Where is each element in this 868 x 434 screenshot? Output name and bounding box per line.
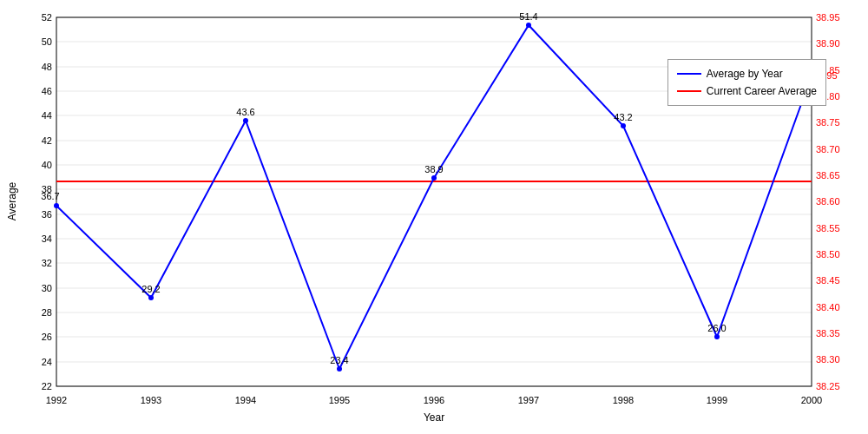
svg-text:44: 44 — [42, 110, 52, 121]
svg-text:38.75: 38.75 — [816, 117, 840, 128]
svg-text:52: 52 — [42, 12, 52, 23]
svg-text:34: 34 — [42, 233, 52, 244]
legend-box: Average by Year Current Career Average — [667, 59, 826, 106]
y-axis-left-label: Average — [6, 181, 18, 220]
svg-text:26.0: 26.0 — [707, 323, 726, 333]
svg-text:40: 40 — [42, 160, 52, 170]
svg-point-59 — [243, 118, 248, 123]
svg-text:48: 48 — [42, 62, 52, 72]
svg-point-57 — [54, 203, 59, 208]
svg-text:1992: 1992 — [46, 395, 67, 405]
svg-text:51.4: 51.4 — [519, 11, 537, 22]
svg-text:1997: 1997 — [518, 395, 539, 405]
svg-text:38.50: 38.50 — [816, 249, 840, 260]
svg-point-60 — [337, 366, 342, 372]
legend-line-blue — [677, 73, 701, 75]
svg-text:1998: 1998 — [613, 395, 634, 405]
svg-text:46: 46 — [42, 86, 52, 96]
svg-text:29.2: 29.2 — [141, 284, 160, 294]
svg-text:26: 26 — [42, 332, 52, 342]
svg-point-63 — [621, 123, 626, 128]
y-axis-left-labels: 52 50 48 46 44 42 40 38 36 34 32 30 28 2… — [42, 12, 52, 391]
legend-label-red: Current Career Average — [707, 82, 817, 100]
svg-text:24: 24 — [42, 357, 52, 367]
svg-text:22: 22 — [42, 381, 52, 391]
svg-text:38.45: 38.45 — [816, 275, 840, 286]
x-axis-label: Year — [424, 411, 444, 424]
svg-text:38.65: 38.65 — [816, 170, 840, 181]
svg-text:28: 28 — [42, 307, 52, 318]
svg-point-61 — [431, 175, 437, 181]
svg-text:43.6: 43.6 — [236, 107, 254, 117]
legend-item-blue: Average by Year — [677, 65, 817, 82]
svg-text:1993: 1993 — [141, 395, 161, 405]
svg-text:38.60: 38.60 — [816, 196, 840, 207]
svg-text:1999: 1999 — [707, 395, 727, 405]
svg-text:43.2: 43.2 — [614, 112, 632, 122]
legend-item-red: Current Career Average — [677, 82, 817, 100]
svg-text:38.35: 38.35 — [816, 328, 840, 339]
svg-text:30: 30 — [42, 283, 52, 293]
svg-text:38.30: 38.30 — [816, 354, 840, 365]
svg-text:38.40: 38.40 — [816, 302, 840, 312]
svg-text:2000: 2000 — [801, 395, 822, 405]
svg-text:38.25: 38.25 — [816, 381, 840, 391]
svg-point-58 — [148, 295, 154, 300]
svg-text:42: 42 — [42, 135, 52, 146]
svg-text:32: 32 — [42, 258, 52, 268]
svg-text:23.4: 23.4 — [330, 355, 348, 365]
svg-point-64 — [714, 334, 720, 339]
x-axis-labels: 1992 1993 1994 1995 1996 1997 1998 1999 … — [46, 395, 822, 405]
svg-text:36.7: 36.7 — [41, 191, 59, 201]
svg-text:38.95: 38.95 — [816, 12, 840, 23]
svg-text:38.90: 38.90 — [816, 38, 840, 49]
svg-point-62 — [526, 23, 531, 28]
svg-text:36: 36 — [42, 209, 52, 220]
svg-text:50: 50 — [42, 36, 52, 47]
svg-text:38.70: 38.70 — [816, 144, 840, 155]
svg-text:1996: 1996 — [424, 395, 444, 405]
svg-text:38.9: 38.9 — [424, 164, 443, 174]
svg-text:1995: 1995 — [329, 395, 350, 405]
legend-line-red — [677, 90, 701, 92]
svg-text:38.55: 38.55 — [816, 223, 840, 233]
chart-container: 52 50 48 46 44 42 40 38 36 34 32 30 28 2… — [0, 0, 868, 434]
legend-label-blue: Average by Year — [707, 65, 783, 82]
svg-text:1994: 1994 — [235, 395, 256, 405]
